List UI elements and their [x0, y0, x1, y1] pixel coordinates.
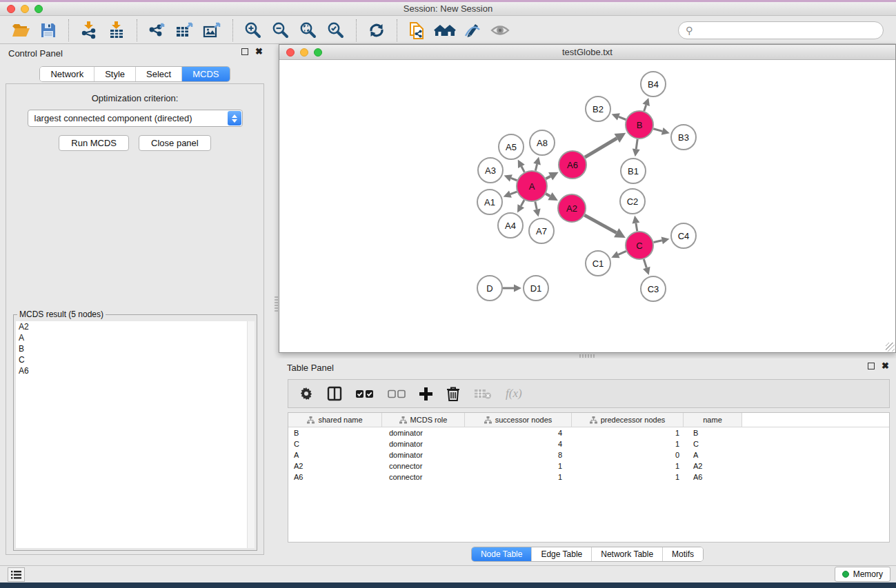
edge-C-C4[interactable] — [654, 241, 662, 243]
table-cell[interactable]: A6 — [288, 473, 382, 481]
tab-edge-table[interactable]: Edge Table — [532, 547, 592, 561]
zoom-fit-button[interactable] — [295, 19, 322, 42]
edge-A-A2[interactable] — [546, 194, 550, 196]
edge-B-B1[interactable] — [636, 139, 637, 149]
annotation-pen-button[interactable] — [459, 19, 486, 42]
zoom-in-button[interactable] — [239, 19, 267, 42]
table-cell[interactable]: C — [684, 440, 742, 448]
table-cell[interactable]: 1 — [572, 440, 684, 448]
run-mcds-button[interactable]: Run MCDS — [59, 135, 129, 151]
edge-B-B3[interactable] — [653, 129, 662, 132]
edge-B-B4[interactable] — [644, 105, 646, 111]
edge-A-A7[interactable] — [535, 201, 537, 209]
table-cell[interactable]: 1 — [465, 462, 572, 470]
tab-network-table[interactable]: Network Table — [592, 547, 663, 561]
zoom-window-button[interactable] — [34, 5, 43, 13]
column-header-name[interactable]: name — [684, 413, 742, 427]
table-settings-gear-button[interactable] — [299, 387, 313, 401]
table-cell[interactable]: dominator — [382, 451, 465, 459]
network-graph[interactable]: B4B2BB3A5A8A6A3B1AA1C2A2A4A7C4CC1C3DD1 — [279, 61, 895, 352]
edge-A-A6[interactable] — [546, 176, 550, 179]
table-cell[interactable]: A — [684, 451, 742, 459]
task-history-button[interactable] — [8, 567, 25, 582]
delete-column-button[interactable] — [446, 386, 460, 401]
table-row[interactable]: A2connector11A2 — [288, 460, 889, 472]
edge-C-C3[interactable] — [644, 259, 646, 267]
float-table-panel-icon[interactable] — [868, 363, 875, 369]
table-cell[interactable]: 1 — [572, 429, 684, 437]
zoom-out-button[interactable] — [267, 19, 295, 42]
table-cell[interactable]: 4 — [465, 429, 572, 437]
memory-button[interactable]: Memory — [835, 567, 890, 582]
table-cell[interactable]: 1 — [572, 462, 684, 470]
table-cell[interactable]: 1 — [572, 473, 684, 481]
result-list-item[interactable]: C — [16, 354, 255, 365]
network-window-titlebar[interactable]: testGlobe.txt — [279, 45, 895, 60]
table-cell[interactable]: B — [684, 429, 742, 437]
table-cell[interactable]: A6 — [684, 473, 742, 481]
new-network-from-selection-button[interactable] — [404, 19, 431, 42]
split-divider-grip[interactable] — [579, 354, 595, 358]
column-header-MCDS-role[interactable]: MCDS role — [382, 413, 465, 427]
column-header-predecessor-nodes[interactable]: predecessor nodes — [572, 413, 684, 427]
close-window-button[interactable] — [7, 5, 15, 13]
edge-A2-C[interactable] — [584, 215, 616, 233]
zoom-selected-button[interactable] — [322, 19, 350, 42]
table-cell[interactable]: A2 — [684, 462, 742, 470]
table-cell[interactable]: 8 — [465, 451, 572, 459]
table-cell[interactable]: A2 — [288, 462, 382, 470]
table-cell[interactable]: connector — [382, 473, 465, 481]
edge-C-C1[interactable] — [618, 251, 626, 254]
edge-A-A1[interactable] — [510, 192, 517, 194]
minimize-network-window-button[interactable] — [300, 48, 308, 57]
column-header-shared-name[interactable]: shared name — [288, 413, 382, 427]
edge-A-A4[interactable] — [521, 200, 524, 206]
edge-A-A5[interactable] — [521, 166, 524, 172]
tab-motifs[interactable]: Motifs — [663, 547, 703, 561]
criterion-dropdown[interactable]: largest connected component (directed) — [28, 110, 243, 127]
minimize-window-button[interactable] — [21, 5, 29, 13]
tab-mcds[interactable]: MCDS — [182, 67, 229, 81]
tab-node-table[interactable]: Node Table — [472, 547, 532, 561]
show-hide-eye-button[interactable] — [486, 19, 514, 42]
search-input[interactable] — [697, 26, 876, 35]
table-cell[interactable]: A — [288, 451, 382, 459]
close-panel-icon[interactable]: ✖ — [255, 48, 263, 55]
add-column-button[interactable] — [419, 387, 432, 401]
result-list-item[interactable]: A6 — [16, 365, 255, 376]
result-list-item[interactable]: B — [16, 343, 255, 354]
float-panel-icon[interactable] — [241, 48, 248, 55]
mcds-result-list[interactable]: A2ABCA6 — [16, 321, 255, 548]
select-all-checkboxes-button[interactable] — [356, 389, 374, 398]
edge-A6-B[interactable] — [585, 139, 617, 158]
edge-B-B2[interactable] — [619, 116, 626, 119]
close-network-window-button[interactable] — [286, 48, 295, 57]
deselect-all-checkboxes-button[interactable] — [388, 389, 406, 398]
tab-network[interactable]: Network — [40, 67, 94, 81]
import-network-button[interactable] — [75, 19, 103, 42]
close-panel-button[interactable]: Close panel — [139, 135, 211, 151]
open-session-button[interactable] — [7, 19, 34, 42]
table-cell[interactable]: connector — [382, 462, 465, 470]
tab-style[interactable]: Style — [94, 67, 136, 81]
window-resize-grip[interactable] — [886, 343, 895, 352]
save-session-button[interactable] — [34, 19, 62, 42]
table-cell[interactable]: B — [288, 429, 382, 437]
result-scrollbar[interactable] — [247, 321, 255, 548]
column-header-successor-nodes[interactable]: successor nodes — [465, 413, 572, 427]
table-cell[interactable]: dominator — [382, 440, 465, 448]
table-row[interactable]: Bdominator41B — [288, 427, 889, 438]
edge-A-A3[interactable] — [511, 178, 517, 180]
table-row[interactable]: Adominator80A — [288, 449, 889, 460]
table-cell[interactable]: dominator — [382, 429, 465, 437]
result-list-item[interactable]: A — [16, 332, 255, 343]
import-table-button[interactable] — [103, 19, 130, 42]
split-divider-grip[interactable] — [275, 296, 278, 312]
close-table-panel-icon[interactable]: ✖ — [882, 363, 889, 369]
export-table-button[interactable] — [171, 19, 199, 42]
network-canvas[interactable]: B4B2BB3A5A8A6A3B1AA1C2A2A4A7C4CC1C3DD1 — [279, 61, 895, 352]
table-cell[interactable]: 4 — [465, 440, 572, 448]
zoom-network-window-button[interactable] — [314, 48, 322, 57]
result-list-item[interactable]: A2 — [16, 321, 255, 332]
column-manager-button[interactable] — [327, 386, 342, 401]
